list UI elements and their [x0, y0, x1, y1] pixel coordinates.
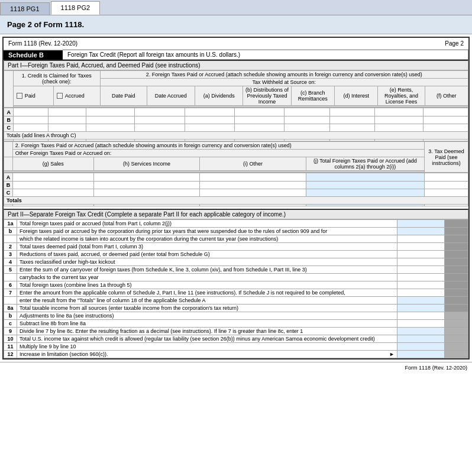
- form-container: Form 1118 (Rev. 12-2020) Page 2 Schedule…: [2, 37, 470, 360]
- line-1b-cont-desc: which the related income is taken into a…: [17, 235, 397, 243]
- other-row-b-h[interactable]: [93, 182, 199, 189]
- row-c-date-paid[interactable]: [86, 124, 135, 132]
- row-c-branch[interactable]: [285, 124, 329, 132]
- line-2-gray: [445, 243, 468, 251]
- line-3: 3 Reductions of taxes paid, accrued, or …: [4, 251, 468, 258]
- line-8a-input[interactable]: [397, 305, 445, 312]
- tab-pg1[interactable]: 1118 PG1: [0, 2, 50, 15]
- other-row-c-g[interactable]: [12, 189, 93, 197]
- other-row-a-j[interactable]: [306, 173, 424, 182]
- part2-table: 1a Total foreign taxes paid or accrued (…: [4, 219, 468, 358]
- line-8b-input[interactable]: [397, 312, 445, 320]
- line-6-gray: [445, 281, 468, 289]
- row-c-accrued[interactable]: [48, 124, 86, 132]
- row-b-date-paid[interactable]: [86, 116, 135, 124]
- row-b-distrib[interactable]: [235, 116, 285, 124]
- other-row-b-3[interactable]: [425, 182, 468, 189]
- line-7-cont-num: [4, 297, 17, 305]
- line-7-cont-desc: enter the result from the "Totals" line …: [17, 297, 397, 305]
- row-b-date-accrued[interactable]: [135, 116, 185, 124]
- line-7-cont-input[interactable]: [397, 297, 445, 305]
- other-row-a-h[interactable]: [93, 173, 199, 182]
- row-b-paid[interactable]: [14, 116, 49, 124]
- other-row-b-g[interactable]: [12, 182, 93, 189]
- part1-other-rows-table: A B C Totals: [4, 173, 468, 206]
- line-11-gray: [445, 343, 468, 351]
- row-b-accrued[interactable]: [48, 116, 86, 124]
- row-b-other[interactable]: [423, 116, 468, 124]
- part1-other-table: 2. Foreign Taxes Paid or Accrued (attach…: [4, 141, 468, 173]
- row-a-branch[interactable]: [285, 108, 329, 116]
- row-a-interest[interactable]: [329, 108, 374, 116]
- line-10-num: 10: [4, 335, 17, 343]
- row-a-label: A: [4, 108, 14, 116]
- other-row-a-3[interactable]: [425, 173, 468, 182]
- line-3-num: 3: [4, 251, 17, 258]
- other-totals-g[interactable]: [12, 205, 93, 206]
- tab-pg2[interactable]: 1118 PG2: [51, 1, 101, 15]
- other-totals-3[interactable]: [425, 205, 468, 206]
- line-4-num: 4: [4, 258, 17, 266]
- row-c-date-accrued[interactable]: [135, 124, 185, 132]
- line-1b-cont-input[interactable]: [397, 235, 445, 243]
- row-a-date-accrued[interactable]: [135, 108, 185, 116]
- line-11-input[interactable]: [397, 343, 445, 351]
- accrued-checkbox[interactable]: [57, 93, 63, 99]
- other-totals-j[interactable]: [306, 205, 424, 206]
- line-12-input[interactable]: [397, 351, 445, 358]
- other-row-c-3[interactable]: [425, 189, 468, 197]
- line-4-input[interactable]: [397, 258, 445, 266]
- line-4-desc: Taxes reclassified under high-tax kickou…: [17, 258, 397, 266]
- line-3-input[interactable]: [397, 251, 445, 258]
- line-5-cont-input[interactable]: [397, 274, 445, 281]
- row-a-dividends[interactable]: [185, 108, 234, 116]
- other-row-c-h[interactable]: [93, 189, 199, 197]
- line-8c-input[interactable]: [397, 320, 445, 328]
- other-row-b-j[interactable]: [306, 182, 424, 189]
- line-1a-gray: [445, 220, 468, 228]
- line-6-input[interactable]: [397, 281, 445, 289]
- row-b-interest[interactable]: [329, 116, 374, 124]
- row-c-interest[interactable]: [329, 124, 374, 132]
- schedule-b-label: Schedule B: [4, 50, 63, 60]
- line-1a-input[interactable]: [397, 220, 445, 228]
- other-row-c-j[interactable]: [306, 189, 424, 197]
- line-8a: 8a Total taxable income from all sources…: [4, 305, 468, 312]
- line-7-num: 7: [4, 289, 17, 297]
- row-a-other[interactable]: [423, 108, 468, 116]
- other-totals-i[interactable]: [200, 205, 306, 206]
- row-c-dividends[interactable]: [185, 124, 234, 132]
- other-row-a-g[interactable]: [12, 173, 93, 182]
- row-b-dividends[interactable]: [185, 116, 234, 124]
- line-7-desc: Enter the amount from the applicable col…: [17, 289, 397, 297]
- line-1b-input[interactable]: [397, 228, 445, 235]
- tab-bar: 1118 PG1 1118 PG2: [0, 0, 472, 15]
- row-a-date-paid[interactable]: [86, 108, 135, 116]
- other-row-a-i[interactable]: [200, 173, 306, 182]
- row-b-rents[interactable]: [374, 116, 423, 124]
- form-footer: Form 1118 (Rev. 12-2020): [0, 362, 472, 373]
- line-9-input[interactable]: [397, 328, 445, 335]
- paid-checkbox[interactable]: [17, 93, 22, 99]
- line-10-input[interactable]: [397, 335, 445, 343]
- line-7-input[interactable]: [397, 289, 445, 297]
- line-2-desc: Total taxes deemed paid (total from Part…: [17, 243, 397, 251]
- line-1a: 1a Total foreign taxes paid or accrued (…: [4, 220, 468, 228]
- col2-repeat-header: 2. Foreign Taxes Paid or Accrued (attach…: [12, 142, 424, 150]
- row-c-other[interactable]: [423, 124, 468, 132]
- row-c-paid[interactable]: [14, 124, 49, 132]
- row-c-rents[interactable]: [374, 124, 423, 132]
- other-row-b-i[interactable]: [200, 182, 306, 189]
- line-5-input[interactable]: [397, 266, 445, 274]
- other-row-c-i[interactable]: [200, 189, 306, 197]
- row-a-accrued[interactable]: [48, 108, 86, 116]
- line-11-desc: Multiply line 9 by line 10: [17, 343, 397, 351]
- row-a-distrib[interactable]: [235, 108, 285, 116]
- line-2-input[interactable]: [397, 243, 445, 251]
- line-7-cont: enter the result from the "Totals" line …: [4, 297, 468, 305]
- other-totals-h[interactable]: [93, 205, 199, 206]
- row-a-paid[interactable]: [14, 108, 49, 116]
- row-c-distrib[interactable]: [235, 124, 285, 132]
- row-a-rents[interactable]: [374, 108, 423, 116]
- row-b-branch[interactable]: [285, 116, 329, 124]
